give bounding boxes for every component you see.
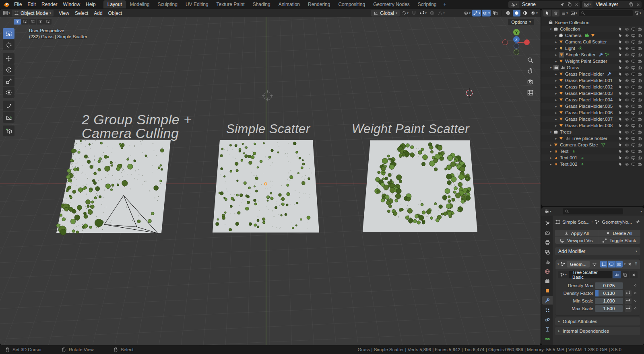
add-modifier-dropdown[interactable]: Add Modifier ▾ bbox=[555, 247, 640, 255]
animate-dot[interactable] bbox=[634, 284, 636, 286]
expander-icon[interactable]: ▸ bbox=[548, 143, 553, 147]
viewport-disable-toggle[interactable] bbox=[631, 78, 636, 83]
hide-toggle[interactable] bbox=[625, 162, 629, 167]
breadcrumb-node-tree[interactable]: GeometryNo... bbox=[602, 220, 632, 224]
new-view-layer-button[interactable] bbox=[627, 1, 635, 8]
input-attribute-toggle[interactable] bbox=[625, 305, 632, 312]
selectable-toggle[interactable] bbox=[618, 66, 623, 70]
field-value-slider[interactable]: 0.130 bbox=[595, 290, 623, 296]
properties-tab-modifiers[interactable] bbox=[542, 296, 553, 305]
outliner-item-grass-placeholder-006[interactable]: ▸Grass PlaceHolder.006 bbox=[541, 109, 644, 116]
viewport-disable-toggle[interactable] bbox=[631, 66, 636, 70]
outliner-item-light[interactable]: ▸Light bbox=[541, 45, 644, 51]
select-mode-invert[interactable] bbox=[37, 19, 44, 25]
hide-toggle[interactable] bbox=[625, 111, 629, 115]
properties-tab-particles[interactable] bbox=[542, 306, 553, 314]
zoom-icon[interactable] bbox=[527, 57, 534, 64]
properties-tab-tool[interactable] bbox=[542, 219, 553, 227]
ortho-toggle-icon[interactable] bbox=[527, 89, 534, 96]
viewport-canvas[interactable]: 2 Group Simple +Camera CullingSimple Sca… bbox=[0, 17, 541, 345]
select-mode-intersect[interactable] bbox=[44, 19, 52, 25]
outliner-item-trees[interactable]: ▾Trees bbox=[541, 129, 644, 135]
expander-icon[interactable]: ▸ bbox=[553, 72, 559, 76]
hide-toggle[interactable] bbox=[625, 98, 629, 102]
view-layer-name[interactable]: ViewLayer bbox=[592, 2, 627, 7]
render-disable-toggle[interactable] bbox=[638, 78, 642, 83]
hide-toggle[interactable] bbox=[625, 156, 629, 160]
hide-toggle[interactable] bbox=[625, 66, 629, 70]
render-disable-toggle[interactable] bbox=[638, 46, 642, 51]
modifier-render-toggle[interactable] bbox=[615, 261, 623, 268]
scene-browse-button[interactable]: ▾ bbox=[508, 1, 519, 8]
mode-dropdown[interactable]: Object Mode ▾ bbox=[12, 10, 54, 16]
transform-orientation-dropdown[interactable]: Global ▾ bbox=[371, 10, 400, 16]
view-layer-selector[interactable]: ▾ ViewLayer bbox=[582, 1, 642, 8]
render-disable-toggle[interactable] bbox=[638, 104, 642, 109]
selectable-toggle[interactable] bbox=[618, 33, 623, 38]
render-disable-toggle[interactable] bbox=[638, 143, 642, 147]
field-value-slider[interactable]: 1.000 bbox=[595, 298, 623, 304]
menu-file[interactable]: File bbox=[11, 1, 25, 8]
outliner-item-grass-placeholder-002[interactable]: ▸Grass PlaceHolder.002 bbox=[541, 84, 644, 90]
expander-icon[interactable]: ▸ bbox=[553, 40, 559, 44]
viewport-menu-object[interactable]: Object bbox=[105, 10, 125, 17]
outliner-item-camera-crop-size[interactable]: ▸Camera Crop Size bbox=[541, 142, 644, 148]
hide-toggle[interactable] bbox=[625, 78, 629, 83]
modifier-close-button[interactable] bbox=[627, 261, 632, 268]
display-mode-dropdown[interactable]: ▾ bbox=[560, 10, 569, 16]
selectable-toggle[interactable] bbox=[618, 72, 623, 76]
outliner-item-grass-placeholder-008[interactable]: ▸Grass PlaceHolder.008 bbox=[541, 122, 644, 129]
hide-toggle[interactable] bbox=[625, 143, 629, 147]
modifier-editmode-toggle[interactable] bbox=[600, 261, 607, 268]
node-group-name[interactable]: Tree Scatter Basic bbox=[569, 271, 612, 278]
input-attribute-toggle[interactable] bbox=[625, 290, 632, 296]
hide-toggle[interactable] bbox=[625, 59, 629, 64]
properties-tab-view-layer[interactable] bbox=[542, 248, 553, 256]
selectable-toggle[interactable] bbox=[618, 40, 623, 44]
properties-tab-object-data[interactable] bbox=[542, 335, 553, 343]
hide-toggle[interactable] bbox=[625, 46, 629, 51]
render-disable-toggle[interactable] bbox=[638, 117, 642, 121]
snap-toggle[interactable] bbox=[410, 10, 418, 16]
expander-icon[interactable]: ▸ bbox=[553, 34, 559, 37]
pin-icon[interactable] bbox=[635, 219, 640, 224]
unlink-node-group-button[interactable] bbox=[630, 271, 638, 278]
render-disable-toggle[interactable] bbox=[638, 72, 642, 76]
selectable-toggle[interactable] bbox=[618, 78, 623, 83]
outliner-item-text-002[interactable]: ▸Text.002 bbox=[541, 161, 644, 167]
workspace-tab-modeling[interactable]: Modeling bbox=[126, 0, 154, 8]
viewport-disable-toggle[interactable] bbox=[631, 27, 636, 31]
outliner-search[interactable] bbox=[579, 10, 633, 16]
cursor-tool[interactable] bbox=[3, 39, 14, 50]
outliner-item-grass-placeholder-005[interactable]: ▸Grass PlaceHolder.005 bbox=[541, 103, 644, 109]
viewport-disable-toggle[interactable] bbox=[631, 130, 636, 134]
shading-solid-button[interactable] bbox=[513, 10, 520, 16]
viewport-disable-toggle[interactable] bbox=[631, 72, 636, 76]
viewport-disable-toggle[interactable] bbox=[631, 33, 636, 38]
expander-icon[interactable]: ▸ bbox=[553, 60, 559, 63]
outliner-item-camera-cull-scatter[interactable]: ▸Camera Cull Scatter bbox=[541, 39, 644, 45]
pivot-point-dropdown[interactable]: ▾ bbox=[400, 10, 409, 16]
measure-tool[interactable] bbox=[3, 112, 14, 123]
viewport-disable-toggle[interactable] bbox=[631, 85, 636, 89]
workspace-tab-shading[interactable]: Shading bbox=[249, 0, 275, 8]
viewport-menu-view[interactable]: View bbox=[56, 10, 72, 17]
selectable-toggle[interactable] bbox=[618, 104, 623, 109]
properties-header-menu[interactable]: ▾ bbox=[640, 210, 642, 213]
selectable-toggle[interactable] bbox=[618, 111, 623, 115]
render-disable-toggle[interactable] bbox=[638, 98, 642, 102]
viewport-disable-toggle[interactable] bbox=[631, 143, 636, 147]
hide-toggle[interactable] bbox=[625, 53, 629, 57]
transform-tool[interactable] bbox=[3, 87, 14, 98]
viewport-disable-toggle[interactable] bbox=[631, 156, 636, 160]
outliner-item-grass-placeholder-007[interactable]: ▸Grass PlaceHolder.007 bbox=[541, 116, 644, 122]
workspace-tab-texture-paint[interactable]: Texture Paint bbox=[213, 0, 249, 8]
selectable-toggle[interactable] bbox=[618, 46, 623, 51]
render-disable-toggle[interactable] bbox=[638, 59, 642, 64]
selectable-toggle[interactable] bbox=[618, 91, 623, 96]
viewport-disable-toggle[interactable] bbox=[631, 104, 636, 109]
axis-navigation-gizmo[interactable]: Y Z bbox=[503, 29, 530, 55]
outliner-delete-button[interactable] bbox=[552, 10, 559, 16]
expander-icon[interactable]: ▾ bbox=[548, 130, 553, 134]
workspace-tab-compositing[interactable]: Compositing bbox=[334, 0, 369, 8]
